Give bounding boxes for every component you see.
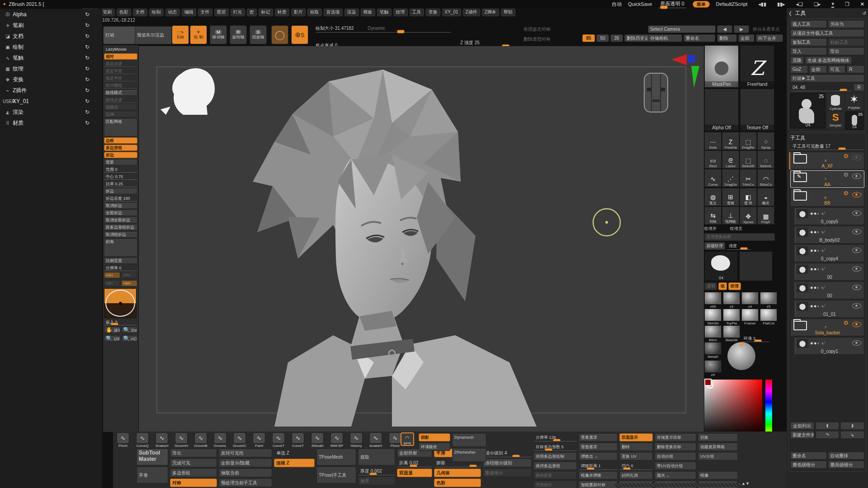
shelf-scrollbar[interactable] xyxy=(615,483,741,487)
texture-selector[interactable]: Texture Off xyxy=(740,89,774,131)
eye-icon[interactable] xyxy=(852,192,861,197)
extract-button[interactable]: 接受 xyxy=(358,477,395,485)
material-swatch[interactable]: z3 xyxy=(723,292,740,309)
subtool-thumbnail[interactable] xyxy=(797,302,808,311)
project-button[interactable]: 距离 0.02 xyxy=(397,459,432,467)
subtool-list-button[interactable]: ⬆ xyxy=(816,422,840,430)
alpha-selector[interactable]: Alpha Off xyxy=(704,89,739,131)
palette-dock-item[interactable]: ◭ 渲染 ↻ xyxy=(0,107,102,117)
subtool-mode-icons[interactable]: ●●◐◑⁄ xyxy=(810,229,825,235)
subtool-visible-count-slider[interactable]: 子工具可见数量 17 xyxy=(790,142,864,150)
subdivision-button[interactable]: 重建细分 xyxy=(483,469,532,477)
render-toggle-button[interactable]: 阴影 xyxy=(419,433,450,441)
palette-dock-item[interactable]: ✥ 变换 ↻ xyxy=(0,74,102,85)
modify-option[interactable]: UV分组 xyxy=(698,452,738,460)
lazymouse-control[interactable]: 全部折边 xyxy=(104,210,137,216)
tool-action-button[interactable]: 导出 xyxy=(828,47,865,55)
tool-action-button[interactable]: 载入工具 xyxy=(790,20,827,28)
saturation-value-square[interactable] xyxy=(704,380,762,437)
subtool-thumbnail[interactable] xyxy=(797,228,808,237)
subtool-mode-icons[interactable]: ●●◐◑⁄ xyxy=(810,211,825,216)
focal-85-button[interactable]: 85 xyxy=(582,34,595,42)
material-swatch[interactable]: Blinn xyxy=(704,325,722,342)
all-cameras-button[interactable]: 全部 xyxy=(738,34,755,42)
subtool-mode-icons[interactable]: ●●◐◑⁄ xyxy=(810,340,825,346)
mirror-axis-button[interactable]: >Z< xyxy=(104,280,120,286)
subtool-item[interactable]: ✎ ●●◐◑⁄ ⚙ B_body02 xyxy=(795,226,864,244)
scale-button[interactable]: S缩放轴 xyxy=(250,25,267,44)
tool-slot-figure[interactable]: 25 04 xyxy=(845,112,863,130)
display-option[interactable]: 翻转 xyxy=(619,443,653,451)
tool-slot-polymesh[interactable]: ✶ PolyMe xyxy=(845,93,863,110)
draw-button[interactable]: ✛绘 制 xyxy=(190,25,207,44)
merge-down-button[interactable]: 向下合并 xyxy=(756,34,783,42)
prev-camera-button[interactable]: ◀ xyxy=(717,25,732,33)
next-camera-button[interactable]: ▶ xyxy=(734,25,749,33)
stroke-type-tile[interactable]: ◌ SelectL xyxy=(757,150,774,169)
current-material-sphere[interactable] xyxy=(727,342,755,370)
lightbox-tool-button[interactable]: 灯箱▶工具 xyxy=(790,75,864,82)
refresh-icon[interactable]: ↻ xyxy=(85,120,90,126)
eye-icon[interactable] xyxy=(852,340,861,346)
menu-item[interactable]: 模板 xyxy=(361,9,375,16)
lazymouse-control[interactable]: 折边 xyxy=(104,152,137,158)
tool-action-button[interactable]: 生成 多边形网格物体 xyxy=(805,56,852,64)
menu-item[interactable]: Z插件 xyxy=(463,9,480,16)
canvas-nav-button[interactable]: 🔍 Zoom2D xyxy=(122,327,138,333)
menu-item[interactable]: Z脚本 xyxy=(482,9,499,16)
new-texture-button[interactable]: 新建纹理 xyxy=(704,242,725,250)
subtool-item[interactable]: ✎ ●●◐◑⁄ ⚙ 4 A_XF xyxy=(790,152,864,169)
lazymouse-control[interactable]: 取消组折边 xyxy=(104,231,137,238)
refresh-icon[interactable]: ↻ xyxy=(85,22,90,28)
focal-50-button[interactable]: 50 xyxy=(596,34,609,42)
eye-icon[interactable] xyxy=(852,174,861,179)
brush-slot[interactable]: ∿ CurveT xyxy=(289,432,307,448)
refresh-icon[interactable]: ↻ xyxy=(85,44,90,50)
gyro-button[interactable]: ◯ xyxy=(271,25,288,44)
eye-icon[interactable] xyxy=(852,211,861,216)
eye-icon[interactable] xyxy=(852,285,861,290)
subdivision-button[interactable]: 细分级别 4 xyxy=(483,449,532,457)
subtoolmaster-button[interactable]: 单选 Z xyxy=(274,449,315,457)
subtoolmaster-button[interactable]: 反转可见性 xyxy=(219,449,272,457)
draw-size-slider[interactable]: 绘制大小 31.47182 Dynamic xyxy=(316,25,451,33)
geometry-option[interactable]: 背面遮罩 xyxy=(579,443,618,451)
divider-left-icon[interactable]: ◂▮▮ xyxy=(758,1,766,7)
morph-option[interactable]: 存储显示目标 xyxy=(655,433,696,441)
subtoolmaster-button[interactable]: 连续 Z xyxy=(274,459,315,467)
morph-option[interactable]: 删除变换目标 xyxy=(655,443,696,451)
axis-gizmo[interactable] xyxy=(671,54,699,88)
lazymouse-control[interactable]: 相对 xyxy=(104,53,137,60)
subtool-thumbnail[interactable] xyxy=(797,265,808,274)
material-swat​ch[interactable]: Metal0 xyxy=(704,342,722,359)
eye-icon[interactable] xyxy=(852,322,861,327)
stroke-type-tile[interactable]: ✂ TrimCu xyxy=(740,169,757,187)
view-toggle-tile[interactable]: ▦ PolyF xyxy=(757,206,774,225)
refresh-icon[interactable]: ↻ xyxy=(85,55,90,61)
texture-off-label[interactable]: 纹理关 xyxy=(730,226,742,232)
subtool-sdiv-button[interactable]: 最低级细分 xyxy=(790,461,827,469)
preview-boolean-render-button[interactable]: 预览布尔渲染 xyxy=(135,26,172,44)
palette-dock-item[interactable]: ✛ 笔刷 ↻ xyxy=(0,20,102,31)
subtool-mode-icons[interactable]: ●●◐◑⁄ xyxy=(810,248,825,253)
current-stroke-thumbnail[interactable]: Z FreeHand xyxy=(740,45,774,88)
palette-dock-item[interactable]: ⠿ 材质 ↻ xyxy=(0,117,102,128)
menu-item[interactable]: 灯光 xyxy=(231,9,245,16)
material-swatch[interactable]: z4 xyxy=(741,292,759,309)
menu-item[interactable]: 文件 xyxy=(198,9,212,16)
dynamesh-option[interactable]: 分辨率 128 xyxy=(533,433,577,441)
tool-action-button[interactable]: 可见 xyxy=(828,66,846,73)
stroke-type-tile[interactable]: ⋰ DragDo xyxy=(722,169,739,187)
subtool-item[interactable]: ✎ ●●◐◑⁄ ⚙ 01_01 xyxy=(795,300,864,318)
render-toggle-button[interactable]: 环境吸收 xyxy=(419,443,450,451)
subtool-list-button[interactable]: 全部列出 xyxy=(790,422,814,430)
modify-option[interactable]: 创建差异网格 xyxy=(698,443,738,451)
menu-item[interactable]: 影片 xyxy=(291,9,306,16)
store-camera-button[interactable]: 存储相机 xyxy=(648,34,682,42)
brush-slot[interactable]: ∿ GroomL xyxy=(211,432,229,448)
sculpture-head[interactable] xyxy=(253,70,537,427)
menu-item[interactable]: 动态 xyxy=(165,9,180,16)
plugin-button[interactable]: SubTool Master xyxy=(137,449,168,465)
divider-right-icon[interactable]: ▮▮▸ xyxy=(777,1,785,7)
subtool-rename-button[interactable]: 重命名 xyxy=(790,452,827,460)
